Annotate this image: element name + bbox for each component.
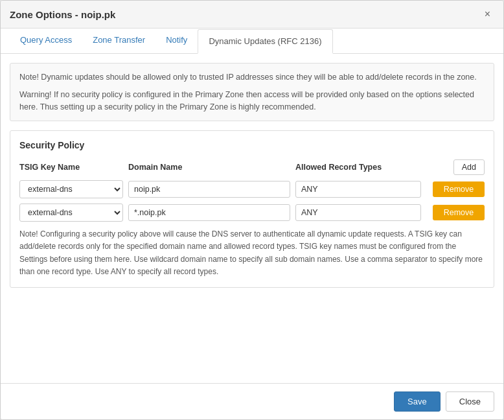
add-button[interactable]: Add <box>453 159 485 175</box>
col-header-record-types: Allowed Record Types <box>295 163 421 172</box>
modal-footer: Save Close <box>1 383 503 419</box>
alert-note: Note! Dynamic updates should be allowed … <box>19 71 485 84</box>
tsig-key-select-1[interactable]: external-dns <box>19 180 123 198</box>
record-types-input-2[interactable] <box>295 204 421 221</box>
modal-header: Zone Options - noip.pk × <box>1 1 503 29</box>
alert-box: Note! Dynamic updates should be allowed … <box>10 63 494 121</box>
tabs-bar: Query Access Zone Transfer Notify Dynami… <box>1 29 503 54</box>
tsig-key-select-2[interactable]: external-dns <box>19 204 123 222</box>
modal-body: Note! Dynamic updates should be allowed … <box>1 54 503 383</box>
save-button[interactable]: Save <box>394 391 441 412</box>
col-header-domain: Domain Name <box>128 163 290 172</box>
security-policy-section: Security Policy TSIG Key Name Domain Nam… <box>10 130 494 288</box>
domain-input-2[interactable] <box>128 204 290 221</box>
table-header: TSIG Key Name Domain Name Allowed Record… <box>19 159 485 175</box>
alert-warning: Warning! If no security policy is config… <box>19 89 485 113</box>
table-row: external-dns Remove <box>19 180 485 198</box>
tab-zone-transfer[interactable]: Zone Transfer <box>82 29 155 54</box>
tab-notify[interactable]: Notify <box>155 29 198 54</box>
record-types-input-1[interactable] <box>295 181 421 198</box>
tab-dynamic-updates[interactable]: Dynamic Updates (RFC 2136) <box>198 29 332 54</box>
remove-button-1[interactable]: Remove <box>433 181 485 197</box>
modal-title: Zone Options - noip.pk <box>10 9 115 20</box>
close-button[interactable]: Close <box>446 391 494 412</box>
section-title: Security Policy <box>19 140 485 150</box>
col-header-tsig: TSIG Key Name <box>19 163 123 172</box>
tab-query-access[interactable]: Query Access <box>10 29 82 54</box>
table-row: external-dns Remove <box>19 204 485 222</box>
domain-input-1[interactable] <box>128 181 290 198</box>
modal-close-button[interactable]: × <box>481 7 494 21</box>
modal-dialog: Zone Options - noip.pk × Query Access Zo… <box>0 0 504 420</box>
security-policy-note: Note! Configuring a security policy abov… <box>19 228 485 278</box>
remove-button-2[interactable]: Remove <box>433 205 485 220</box>
